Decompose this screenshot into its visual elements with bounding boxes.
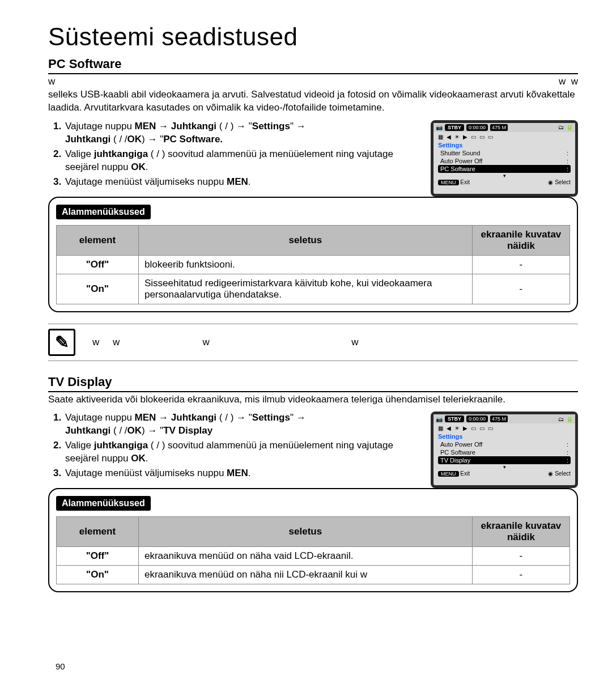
joystick-icon: ◉ — [548, 179, 553, 185]
stby-badge: STBY — [445, 415, 464, 422]
pc-intro-line: w w w selleks USB-kaabli abil videokaame… — [48, 75, 578, 114]
nav-right-icon: ▶ — [463, 425, 468, 431]
mem-badge: 475 M — [490, 415, 508, 422]
battery-icon: 🔋 — [566, 416, 573, 422]
osd-row-active: PC Software: — [438, 165, 571, 173]
pc-step-2: Valige juhtkangiga ( / ) soovitud alamme… — [64, 148, 400, 174]
submenu-table-pc: element seletus ekraanile kuvatav näidik… — [56, 225, 570, 304]
th-indicator: ekraanile kuvatav näidik — [472, 517, 570, 547]
th-desc: seletus — [138, 517, 472, 547]
joystick-icon: ◉ — [548, 470, 553, 477]
time-badge: 0:00:00 — [466, 415, 488, 422]
down-arrow-icon: ▾ — [434, 173, 575, 179]
osd-row-active: TV Display: — [438, 456, 571, 464]
card-icon: 🗂 — [558, 416, 564, 422]
misc-icon: ▭ — [479, 134, 484, 140]
pc-steps: Vajutage nuppu MEN → Juhtkangi ( / ) → "… — [48, 120, 400, 189]
mem-badge: 475 M — [490, 124, 508, 131]
page-number: 90 — [56, 661, 65, 671]
tv-steps: Vajutage nuppu MEN → Juhtkangi ( / ) → "… — [48, 411, 400, 480]
camera-osd-tv: 📷 STBY 0:00:00 475 M 🗂 🔋 ▦ ◀ ☀ ▶ ▭ ▭ ▭ S… — [431, 411, 578, 488]
table-row: "On" Sisseehitatud redigeerimistarkvara … — [57, 274, 570, 304]
down-arrow-icon: ▾ — [434, 464, 575, 470]
nav-right-icon: ▶ — [463, 134, 468, 140]
pc-intro: selleks USB-kaabli abil videokaamera ja … — [48, 89, 575, 113]
osd-row: PC Software: — [438, 448, 571, 456]
card-icon: 🗂 — [558, 124, 564, 130]
grid-icon: ▦ — [438, 425, 443, 431]
misc-icon-2: ▭ — [488, 425, 493, 431]
misc-icon: ▭ — [479, 425, 484, 431]
menu-pill: MENU — [438, 180, 459, 185]
camera-osd-pc: 📷 STBY 0:00:00 475 M 🗂 🔋 ▦ ◀ ☀ ▶ ▭ ▭ ▭ S… — [431, 120, 578, 197]
th-indicator: ekraanile kuvatav näidik — [472, 225, 570, 255]
note-bar: ✎ w w w w — [48, 324, 578, 361]
submenu-tab: Alammenüüksused — [56, 496, 151, 511]
grid-icon: ▦ — [438, 134, 443, 140]
time-badge: 0:00:00 — [466, 124, 488, 131]
camcorder-icon: 📷 — [436, 124, 443, 130]
page-icon: ▭ — [471, 425, 476, 431]
osd-row: Auto Power Off: — [438, 157, 571, 165]
page-title: Süsteemi seadistused — [48, 23, 578, 51]
pc-step-3: Vajutage menüüst väljumiseks nuppu MEN. — [64, 176, 400, 189]
sun-icon: ☀ — [454, 134, 460, 140]
camcorder-icon: 📷 — [436, 416, 443, 422]
battery-icon: 🔋 — [566, 124, 573, 130]
tv-step-2: Valige juhtkangiga ( / ) soovitud alamme… — [64, 439, 400, 465]
osd-row: Shutter Sound: — [438, 149, 571, 157]
stby-badge: STBY — [445, 124, 464, 131]
osd-row: Auto Power Off: — [438, 440, 571, 448]
table-row: "Off" blokeerib funktsiooni. - — [57, 255, 570, 274]
th-element: element — [57, 225, 139, 255]
menu-pill: MENU — [438, 471, 459, 477]
th-element: element — [57, 517, 139, 547]
tv-step-1: Vajutage nuppu MEN → Juhtkangi ( / ) → "… — [64, 411, 400, 438]
submenu-box-pc: Alammenüüksused element seletus ekraanil… — [48, 197, 578, 312]
nav-left-icon: ◀ — [447, 134, 451, 140]
page-icon: ▭ — [471, 134, 476, 140]
osd-settings-label: Settings — [434, 142, 575, 149]
note-icon: ✎ — [48, 329, 75, 356]
sun-icon: ☀ — [454, 425, 460, 431]
submenu-table-tv: element seletus ekraanile kuvatav näidik… — [56, 516, 570, 584]
tv-intro: Saate aktiveerida või blokeerida ekraani… — [48, 393, 578, 406]
heading-pc-software: PC Software — [48, 57, 578, 74]
table-row: "Off" ekraanikuva menüüd on näha vaid LC… — [57, 547, 570, 566]
osd-settings-label: Settings — [434, 433, 575, 440]
table-row: "On" ekraanikuva menüüd on näha nii LCD-… — [57, 566, 570, 584]
nav-left-icon: ◀ — [447, 425, 451, 431]
th-desc: seletus — [138, 225, 472, 255]
pc-step-1: Vajutage nuppu MEN → Juhtkangi ( / ) → "… — [64, 120, 400, 146]
submenu-box-tv: Alammenüüksused element seletus ekraanil… — [48, 488, 578, 592]
note-text: w w w w — [92, 337, 358, 348]
tv-step-3: Vajutage menüüst väljumiseks nuppu MEN. — [64, 467, 400, 480]
heading-tv-display: TV Display — [48, 375, 578, 392]
misc-icon-2: ▭ — [488, 134, 493, 140]
submenu-tab: Alammenüüksused — [56, 205, 151, 219]
